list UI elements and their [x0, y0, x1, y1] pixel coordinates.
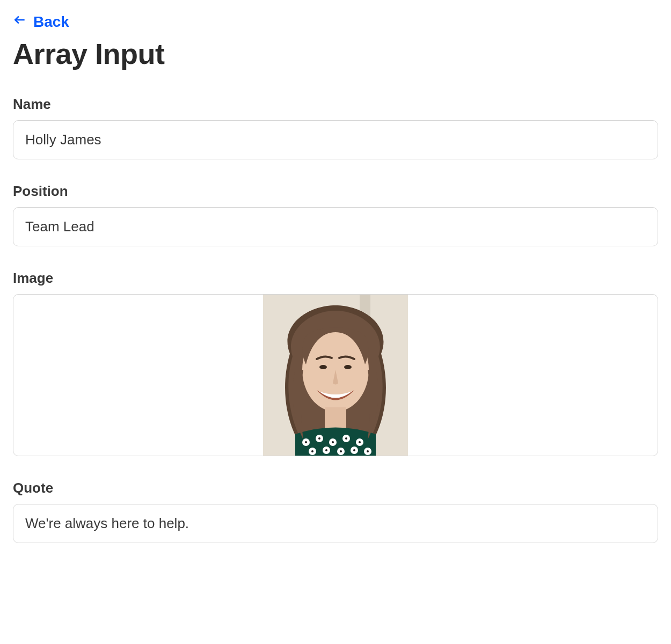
svg-point-25 — [353, 449, 355, 451]
page-title: Array Input — [13, 37, 658, 70]
svg-point-21 — [359, 441, 361, 443]
quote-label: Quote — [13, 480, 658, 496]
svg-point-19 — [332, 441, 334, 443]
name-input[interactable] — [13, 120, 658, 159]
image-upload-area[interactable] — [13, 294, 658, 456]
position-input[interactable] — [13, 207, 658, 246]
name-label: Name — [13, 96, 658, 113]
svg-point-24 — [340, 450, 342, 452]
svg-point-20 — [345, 437, 347, 440]
svg-point-26 — [367, 450, 369, 452]
svg-point-4 — [319, 365, 327, 369]
back-link[interactable]: Back — [13, 13, 69, 31]
image-label: Image — [13, 270, 658, 287]
field-quote: Quote — [13, 480, 658, 543]
arrow-left-icon — [13, 13, 27, 31]
position-label: Position — [13, 183, 658, 200]
svg-point-5 — [344, 365, 352, 369]
svg-rect-6 — [325, 407, 346, 429]
field-image: Image — [13, 270, 658, 456]
back-label: Back — [33, 13, 69, 31]
field-name: Name — [13, 96, 658, 159]
svg-point-22 — [311, 450, 313, 452]
svg-point-17 — [305, 441, 307, 443]
portrait-image — [263, 295, 408, 456]
field-position: Position — [13, 183, 658, 246]
svg-point-23 — [325, 449, 327, 451]
svg-point-18 — [318, 437, 320, 440]
quote-input[interactable] — [13, 504, 658, 543]
